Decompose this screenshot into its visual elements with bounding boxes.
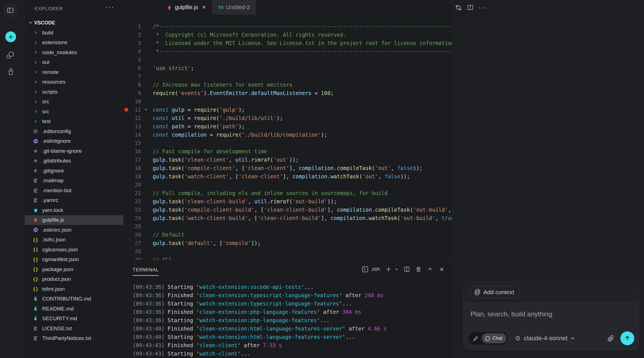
tree-item-tsfmt.json[interactable]: {}tsfmt.json <box>25 284 123 294</box>
new-terminal-icon[interactable] <box>384 265 393 273</box>
code-line[interactable]: 5 <box>124 56 452 64</box>
sidebar-toggle-button[interactable] <box>3 3 17 17</box>
tree-item-remote[interactable]: remote <box>25 67 123 77</box>
code-line[interactable]: 12const util = require('./build/lib/util… <box>124 114 452 122</box>
tree-item-label: out <box>42 59 49 65</box>
tree-item-package.json[interactable]: {}package.json <box>25 264 123 274</box>
code-line[interactable]: 9require('events').EventEmitter.defaultM… <box>124 89 452 97</box>
terminal-output[interactable]: [09:43:36] Starting 'watch-extension:vsc… <box>133 283 449 358</box>
code-line[interactable]: 17gulp.task('clean-client', util.rimraf(… <box>124 156 452 164</box>
code-line[interactable]: 7 <box>124 72 452 81</box>
mode-toggle[interactable]: Chat <box>468 332 508 345</box>
attach-file-button[interactable] <box>607 334 615 342</box>
code-line[interactable]: 18gulp.task('compile-client', ['clean-cl… <box>124 164 452 172</box>
split-editor-icon[interactable] <box>466 3 474 12</box>
code-line[interactable]: 3 * Licensed under the MIT License. See … <box>124 39 452 47</box>
code-line[interactable]: 11const gulp = require('gulp'); <box>124 106 452 114</box>
tree-item-src[interactable]: src <box>25 107 123 117</box>
explorer-more-icon[interactable]: ··· <box>105 3 114 11</box>
code-editor[interactable]: 1/*-------------------------------------… <box>124 15 452 260</box>
tree-item-README.md[interactable]: README.md <box>25 304 123 314</box>
add-context-button[interactable]: @ Add context <box>469 286 520 298</box>
tree-item-out[interactable]: out <box>25 57 123 67</box>
code-line[interactable]: 6'use strict'; <box>124 64 452 72</box>
tree-item-.eslintrc.json[interactable]: .eslintrc.json <box>25 225 123 235</box>
code-line[interactable]: 13const path = require('path'); <box>124 122 452 131</box>
tree-item-.lsifrc.json[interactable]: {}.lsifrc.json <box>25 235 123 245</box>
tree-item-.gitignore[interactable]: .gitignore <box>25 166 123 176</box>
code-line[interactable]: 10 <box>124 97 452 106</box>
maximize-panel-icon[interactable] <box>426 265 434 273</box>
tree-item-.mailmap[interactable]: .mailmap <box>25 176 123 186</box>
tree-item-.git-blame-ignore[interactable]: .git-blame-ignore <box>25 146 123 156</box>
tab-Untitled-2[interactable]: TSUntitled-2 <box>212 0 256 15</box>
tree-item-ThirdPartyNotices.txt[interactable]: ThirdPartyNotices.txt <box>25 334 123 344</box>
code-line[interactable]: 28 <box>124 247 452 256</box>
tree-root-vscode[interactable]: VSCODE <box>25 18 123 28</box>
tree-item-cgmanifest.json[interactable]: {}cgmanifest.json <box>25 255 123 265</box>
tree-item-.eslintignore[interactable]: .eslintignore <box>25 136 123 146</box>
tree-item-SECURITY.md[interactable]: SECURITY.md <box>25 314 123 324</box>
code-line[interactable]: 27gulp.task('default', ['compile']); <box>124 239 452 247</box>
compare-changes-icon[interactable] <box>454 3 462 12</box>
model-selector[interactable]: claude-4-sonnet <box>514 335 575 342</box>
tree-item-label: remote <box>42 69 59 75</box>
git-icon <box>32 148 39 154</box>
tree-item-src[interactable]: src <box>25 97 123 107</box>
code-line[interactable]: 1/*-------------------------------------… <box>124 22 452 31</box>
code-line[interactable]: 15 <box>124 139 452 147</box>
terminal-tab[interactable]: TERMINAL <box>133 267 159 276</box>
code-line[interactable]: 2 * Copyright (c) Microsoft Corporation.… <box>124 31 452 39</box>
archive-button[interactable] <box>6 67 15 76</box>
tree-item-LICENSE.txt[interactable]: LICENSE.txt <box>25 324 123 334</box>
code-line[interactable]: 19gulp.task('watch-client', ['clean-clie… <box>124 172 452 181</box>
code-line[interactable]: 8// Increase max listeners for event emi… <box>124 81 452 89</box>
tree-item-extensions[interactable]: extensions <box>25 38 123 48</box>
code-line[interactable]: 20 <box>124 181 452 189</box>
tree-item-label: .gitattributes <box>42 158 71 164</box>
close-panel-icon[interactable] <box>437 265 446 273</box>
code-line[interactable]: 21// Full compile, including nls and inl… <box>124 189 452 197</box>
new-chat-button[interactable] <box>5 31 16 42</box>
tree-item-build[interactable]: build <box>25 28 123 38</box>
tab-gulpfile.js[interactable]: gulpfile.js✕ <box>160 0 212 15</box>
tree-item-.editorconfig[interactable]: ⚙.editorconfig <box>25 126 123 136</box>
line-number: 20 <box>124 181 141 189</box>
code-line[interactable]: 29// All <box>124 256 452 260</box>
kill-terminal-icon[interactable] <box>414 265 422 273</box>
send-button[interactable] <box>620 331 634 345</box>
code-line[interactable]: 25 <box>124 222 452 231</box>
code-line[interactable]: 23gulp.task('compile-client-build', ['cl… <box>124 206 452 214</box>
line-number: 16 <box>124 147 141 156</box>
tree-item-node_modules[interactable]: node_modules <box>25 47 123 57</box>
json-icon: {} <box>32 256 39 262</box>
code-line[interactable]: 14const compilation = require('./build/l… <box>124 131 452 139</box>
tree-item-cglicenses.json[interactable]: {}cglicenses.json <box>25 245 123 255</box>
tree-item-.yarnrc[interactable]: .yarnrc <box>25 196 123 206</box>
chat-bubbles-button[interactable] <box>6 51 15 60</box>
chat-mode-segment[interactable]: Chat <box>482 333 506 343</box>
tree-item-scripts[interactable]: scripts <box>25 87 123 97</box>
tree-item-.gitattributes[interactable]: .gitattributes <box>25 156 123 166</box>
tree-item-resources[interactable]: resources <box>25 77 123 87</box>
code-line[interactable]: 22gulp.task('clean-client-build', util.r… <box>124 197 452 206</box>
code-text: const compilation = require('./build/lib… <box>153 131 327 139</box>
chat-input[interactable]: Plan, search, build anything <box>463 303 639 350</box>
tree-item-gulpfile.js[interactable]: gulpfile.js <box>25 215 123 225</box>
code-line[interactable]: 24gulp.task('watch-client-build', ['clea… <box>124 214 452 222</box>
code-line[interactable]: 4 *-------------------------------------… <box>124 47 452 56</box>
tree-item-yarn.lock[interactable]: yarn.lock <box>25 205 123 215</box>
code-line[interactable]: 16// Fast compile for development time <box>124 147 452 156</box>
line-number: 24 <box>124 214 141 222</box>
terminal-actions: zsh <box>361 265 446 273</box>
fold-chevron-icon[interactable] <box>144 107 148 112</box>
close-tab-icon[interactable]: ✕ <box>202 4 206 10</box>
split-terminal-icon[interactable] <box>402 265 411 273</box>
tree-item-.mention-bot[interactable]: .mention-bot <box>25 186 123 196</box>
tree-item-test[interactable]: test <box>25 117 123 127</box>
tree-item-product.json[interactable]: {}product.json <box>25 274 123 284</box>
tree-item-CONTRIBUTING.md[interactable]: CONTRIBUTING.md <box>25 294 123 304</box>
more-actions-icon[interactable]: ··· <box>478 3 486 12</box>
code-line[interactable]: 26// Default <box>124 231 452 239</box>
launch-profile-chevron-icon[interactable] <box>394 265 399 273</box>
